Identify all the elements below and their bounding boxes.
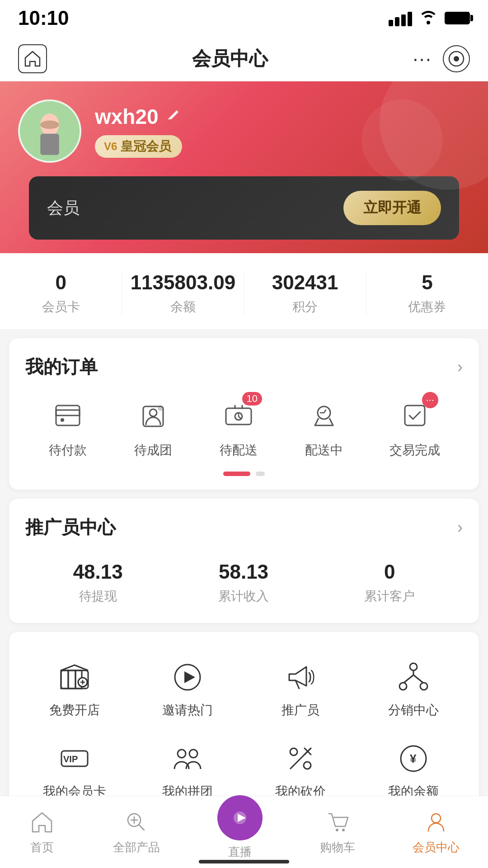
orders-chevron-icon: › bbox=[457, 358, 463, 377]
order-pending-group[interactable]: 待成团 bbox=[133, 396, 173, 459]
coupons-value: 5 bbox=[422, 271, 432, 294]
scroll-dot-active bbox=[223, 472, 250, 476]
svg-point-44 bbox=[342, 829, 345, 831]
svg-point-24 bbox=[399, 683, 407, 690]
promoter-stats-row: 48.13 待提现 58.13 累计收入 0 累计客户 bbox=[25, 556, 463, 609]
nav-bar: 会员中心 ··· bbox=[0, 36, 488, 81]
battery-icon bbox=[445, 12, 470, 24]
cart-nav-icon bbox=[324, 809, 351, 836]
store-add-icon bbox=[56, 659, 93, 695]
stat-coupons[interactable]: 5 优惠券 bbox=[366, 271, 488, 316]
promoter-total-customers[interactable]: 0 累计客户 bbox=[364, 561, 415, 605]
status-bar: 10:10 bbox=[0, 0, 488, 36]
promoter-header[interactable]: 推广员中心 › bbox=[25, 515, 463, 540]
all-products-nav-icon bbox=[123, 809, 150, 836]
total-customers-label: 累计客户 bbox=[364, 588, 415, 605]
distribution-label: 分销中心 bbox=[388, 702, 439, 719]
menu-invite-hot[interactable]: 邀请热门 bbox=[131, 648, 244, 730]
completed-label: 交易完成 bbox=[389, 442, 440, 459]
svg-point-1 bbox=[454, 56, 459, 61]
cart-nav-label: 购物车 bbox=[320, 840, 355, 855]
pending-payment-label: 待付款 bbox=[49, 442, 87, 459]
pending-payment-icon bbox=[48, 396, 88, 435]
home-nav-label: 首页 bbox=[30, 840, 54, 855]
nav-all-products[interactable]: 全部产品 bbox=[113, 809, 160, 855]
orders-section: 我的订单 › 待付款 bbox=[9, 338, 479, 490]
svg-point-31 bbox=[304, 762, 311, 769]
crown-icon: V6 bbox=[104, 140, 117, 153]
free-store-label: 免费开店 bbox=[49, 702, 100, 719]
stats-row: 0 会员卡 1135803.09 余额 302431 积分 5 优惠券 bbox=[0, 253, 488, 329]
promoter-label: 推广员 bbox=[282, 702, 319, 719]
total-income-value: 58.13 bbox=[219, 561, 268, 583]
member-card-label: 会员 bbox=[47, 197, 80, 219]
home-button[interactable] bbox=[18, 44, 47, 73]
live-button[interactable] bbox=[217, 795, 263, 840]
pending-delivery-badge: 10 bbox=[242, 392, 262, 406]
svg-point-29 bbox=[189, 750, 197, 758]
delivering-icon bbox=[304, 396, 344, 435]
member-card: 会员 立即开通 bbox=[29, 176, 459, 240]
balance-value: 1135803.09 bbox=[131, 271, 235, 294]
user-info: wxh20 V6 皇冠会员 bbox=[18, 99, 470, 163]
svg-rect-7 bbox=[56, 410, 80, 415]
user-details: wxh20 V6 皇冠会员 bbox=[95, 104, 182, 158]
promoter-pending-withdraw[interactable]: 48.13 待提现 bbox=[73, 561, 123, 605]
svg-point-23 bbox=[410, 663, 417, 670]
pending-group-label: 待成团 bbox=[134, 442, 172, 459]
vip-badge: V6 皇冠会员 bbox=[95, 135, 182, 158]
membership-card-value: 0 bbox=[55, 271, 66, 294]
vip-icon: VIP bbox=[56, 741, 93, 777]
stat-membership-card[interactable]: 0 会员卡 bbox=[0, 271, 122, 316]
svg-text:VIP: VIP bbox=[63, 754, 78, 764]
avatar[interactable] bbox=[18, 99, 81, 163]
nav-home[interactable]: 首页 bbox=[28, 809, 56, 855]
orders-header[interactable]: 我的订单 › bbox=[25, 354, 463, 379]
pending-withdraw-label: 待提现 bbox=[79, 588, 117, 605]
wifi-icon bbox=[419, 8, 437, 28]
svg-text:¥: ¥ bbox=[410, 752, 417, 765]
live-nav-label: 直播 bbox=[228, 844, 252, 860]
order-pending-delivery[interactable]: 10 待配送 bbox=[219, 396, 258, 459]
balance-label: 余额 bbox=[170, 298, 196, 316]
completed-icon: ··· bbox=[395, 396, 435, 435]
total-customers-value: 0 bbox=[384, 561, 395, 583]
signal-icon bbox=[389, 10, 412, 26]
megaphone-icon bbox=[282, 659, 319, 695]
stat-balance[interactable]: 1135803.09 余额 bbox=[122, 271, 244, 316]
order-pending-payment[interactable]: 待付款 bbox=[48, 396, 88, 459]
orders-title: 我的订单 bbox=[25, 354, 98, 379]
order-completed[interactable]: ··· 交易完成 bbox=[389, 396, 440, 459]
more-button[interactable]: ··· bbox=[413, 47, 432, 70]
edit-profile-icon[interactable] bbox=[166, 107, 182, 127]
stat-points[interactable]: 302431 积分 bbox=[244, 271, 366, 316]
promoter-total-income[interactable]: 58.13 累计收入 bbox=[218, 561, 269, 605]
nav-cart[interactable]: 购物车 bbox=[320, 809, 355, 855]
scroll-indicator bbox=[25, 472, 463, 476]
delivering-label: 配送中 bbox=[305, 442, 343, 459]
member-center-nav-label: 会员中心 bbox=[413, 840, 460, 855]
home-nav-icon bbox=[28, 809, 56, 836]
nav-actions: ··· bbox=[413, 45, 470, 72]
order-delivering[interactable]: 配送中 bbox=[304, 396, 344, 459]
status-icons bbox=[389, 8, 470, 28]
header-banner: wxh20 V6 皇冠会员 会员 立即开通 bbox=[0, 81, 488, 253]
activate-button[interactable]: 立即开通 bbox=[343, 191, 441, 225]
promoter-title: 推广员中心 bbox=[25, 515, 116, 540]
menu-free-store[interactable]: 免费开店 bbox=[18, 648, 131, 730]
svg-point-10 bbox=[150, 409, 157, 416]
bottom-nav: 首页 全部产品 直播 购物车 bbox=[0, 796, 488, 868]
nav-member-center[interactable]: 会员中心 bbox=[413, 809, 460, 855]
svg-rect-4 bbox=[40, 134, 59, 155]
nav-live[interactable]: 直播 bbox=[217, 804, 263, 860]
completed-badge: ··· bbox=[422, 392, 438, 408]
svg-point-8 bbox=[61, 418, 64, 422]
scan-button[interactable] bbox=[443, 45, 470, 72]
menu-promoter[interactable]: 推广员 bbox=[244, 648, 357, 730]
svg-point-25 bbox=[420, 683, 427, 690]
menu-distribution[interactable]: 分销中心 bbox=[357, 648, 470, 730]
svg-point-43 bbox=[336, 829, 338, 831]
svg-rect-18 bbox=[68, 670, 75, 689]
coupons-label: 优惠券 bbox=[408, 298, 446, 316]
total-income-label: 累计收入 bbox=[218, 588, 269, 605]
